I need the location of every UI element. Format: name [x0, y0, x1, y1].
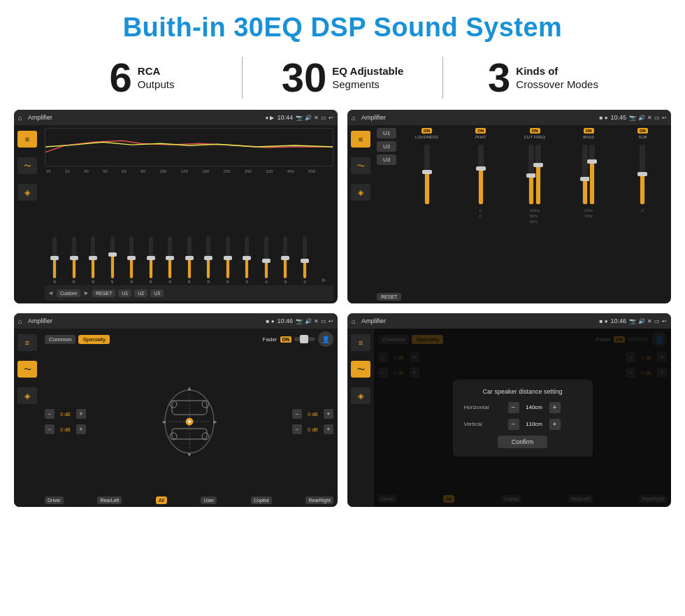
dist-time: 10:46	[610, 317, 626, 324]
eq-slider-3[interactable]: 0	[91, 236, 95, 284]
fader-rearleft-btn[interactable]: RearLeft	[97, 496, 122, 504]
fader-copilot-btn[interactable]: Copilot	[251, 496, 272, 504]
stat-crossover: 3 Kinds of Crossover Modes	[443, 57, 643, 98]
eq-slider-14[interactable]: -1	[303, 236, 307, 284]
fader-screen: ⌂ Amplifier ■ ● 10:46 📷 🔊 ✕ ▭ ↩ ≡ 〜 ◈ C	[14, 313, 338, 507]
modal-title: Car speaker distance setting	[464, 388, 582, 395]
eq-topbar: ⌂ Amplifier ● ▶ 10:44 📷 🔊 ✕ ▭ ↩	[14, 110, 338, 125]
dist-content: ≡ 〜 ◈ Common Specialty Fader ON 👤	[347, 329, 671, 507]
xo-time: 10:45	[610, 114, 626, 121]
xo-channel-sub: ON SUB G	[617, 128, 668, 289]
fader-right-vol1-minus[interactable]: −	[292, 409, 302, 419]
eq-slider-5[interactable]: 0	[129, 236, 134, 284]
dist-top-icons: 📷 🔊 ✕ ▭ ↩	[629, 318, 667, 324]
fader-tab-common[interactable]: Common	[45, 335, 75, 344]
fader-sidebar-eq-icon[interactable]: ≡	[17, 334, 37, 351]
modal-horizontal-minus[interactable]: −	[508, 402, 519, 413]
distance-modal: Car speaker distance setting Horizontal …	[453, 380, 593, 457]
modal-confirm-button[interactable]: Confirm	[498, 436, 548, 448]
eq-reset-btn[interactable]: RESET	[92, 289, 115, 297]
modal-vertical-minus[interactable]: −	[508, 419, 519, 430]
eq-u1-btn[interactable]: U1	[118, 289, 131, 297]
stat-eq-number: 30	[282, 57, 327, 98]
xo-u1-btn[interactable]: U1	[377, 128, 396, 138]
fader-right-vol1-val: 0 dB	[304, 412, 322, 417]
xo-topbar: ⌂ Amplifier ■ ● 10:45 📷 🔊 ✕ ▭ ↩	[347, 110, 671, 125]
eq-x-icon: ✕	[314, 115, 319, 121]
fader-title: Amplifier	[28, 317, 264, 324]
fader-left-controls: − 0 dB + − 0 dB +	[45, 409, 86, 434]
fader-driver-btn[interactable]: Driver	[45, 496, 64, 504]
fader-rearright-btn[interactable]: RearRight	[305, 496, 333, 504]
eq-slider-8[interactable]: 0	[187, 236, 192, 284]
eq-camera-icon: 📷	[296, 115, 303, 121]
fader-left-vol1-plus[interactable]: +	[76, 409, 86, 419]
dist-sidebar-wave-icon[interactable]: 〜	[351, 361, 370, 378]
eq-slider-2[interactable]: 0	[72, 236, 76, 284]
fader-person-icon: 👤	[318, 331, 333, 347]
fader-user-btn[interactable]: User	[201, 496, 217, 504]
xo-u3-btn[interactable]: U3	[377, 155, 396, 165]
eq-slider-9[interactable]: 0	[206, 236, 210, 284]
fader-main: Common Specialty Fader ON 👤	[41, 329, 338, 507]
dist-sidebar-spk-icon[interactable]: ◈	[351, 387, 370, 404]
eq-home-icon: ⌂	[18, 114, 22, 122]
xo-sidebar-eq-icon[interactable]: ≡	[351, 131, 370, 148]
fader-left-vol2-plus[interactable]: +	[76, 424, 86, 434]
car-svg: ▲ ▼ ◄ ►	[158, 383, 221, 460]
eq-expand-btn[interactable]: »	[322, 276, 326, 284]
xo-channels: ON LOUDNESS ~~	[401, 128, 668, 289]
eq-sidebar-spk-icon[interactable]: ◈	[17, 184, 37, 201]
fader-left-vol-2: − 0 dB +	[45, 424, 86, 434]
fader-left-vol1-minus[interactable]: −	[45, 409, 55, 419]
modal-horizontal-value: 140cm	[522, 404, 547, 410]
xo-channel-phat: ON PHAT GF	[455, 128, 506, 289]
modal-vertical-row: Vertical − 110cm +	[464, 419, 582, 430]
eq-slider-1[interactable]: 0	[52, 236, 57, 284]
eq-custom-btn[interactable]: Custom	[57, 289, 80, 297]
fader-body: − 0 dB + − 0 dB +	[45, 350, 333, 494]
eq-sidebar-eq-icon[interactable]: ≡	[17, 131, 37, 148]
eq-screen: ⌂ Amplifier ● ▶ 10:44 📷 🔊 ✕ ▭ ↩ ≡ 〜 ◈	[14, 110, 338, 303]
xo-sidebar-spk-icon[interactable]: ◈	[351, 184, 370, 201]
eq-prev-btn[interactable]: ◄	[48, 289, 54, 296]
modal-vertical-label: Vertical	[464, 421, 503, 427]
fader-right-vol2-minus[interactable]: −	[292, 424, 302, 434]
xo-home-icon: ⌂	[352, 114, 356, 122]
xo-sidebar-wave-icon[interactable]: 〜	[351, 157, 370, 174]
fader-tab-specialty[interactable]: Specialty	[78, 335, 109, 344]
fader-left-vol2-minus[interactable]: −	[45, 424, 55, 434]
xo-reset-btn[interactable]: RESET	[377, 293, 401, 301]
eq-slider-13[interactable]: 0	[283, 236, 287, 284]
eq-u2-btn[interactable]: U2	[134, 289, 147, 297]
fader-right-vol1-plus[interactable]: +	[324, 409, 333, 419]
eq-slider-6[interactable]: 0	[149, 236, 153, 284]
fader-right-vol2-plus[interactable]: +	[324, 424, 333, 434]
fader-sidebar-wave-icon[interactable]: 〜	[17, 361, 37, 378]
distance-screen: ⌂ Amplifier ■ ● 10:46 📷 🔊 ✕ ▭ ↩ ≡ 〜 ◈	[347, 313, 671, 507]
eq-slider-7[interactable]: 0	[168, 236, 172, 284]
eq-u3-btn[interactable]: U3	[150, 289, 164, 297]
fader-label: Fader	[263, 336, 277, 343]
eq-slider-4[interactable]: 5	[110, 236, 115, 284]
fader-sidebar-spk-icon[interactable]: ◈	[17, 387, 37, 404]
eq-slider-10[interactable]: 0	[226, 236, 230, 284]
xo-top-icons: 📷 🔊 ✕ ▭ ↩	[629, 115, 667, 121]
eq-slider-12[interactable]: -1	[264, 236, 268, 284]
dist-sidebar-eq-icon[interactable]: ≡	[351, 334, 370, 351]
fader-all-btn[interactable]: All	[156, 496, 167, 504]
xo-channel-cutfreq: ON CUT FREQ	[509, 128, 560, 289]
xo-u-buttons: U1 U2 U3	[377, 128, 396, 289]
fader-left-vol-1: − 0 dB +	[45, 409, 86, 419]
eq-slider-11[interactable]: 0	[245, 236, 249, 284]
xo-u2-btn[interactable]: U2	[377, 141, 396, 152]
svg-text:▼: ▼	[187, 452, 192, 458]
eq-top-icons: 📷 🔊 ✕ ▭ ↩	[296, 115, 333, 121]
modal-horizontal-plus[interactable]: +	[549, 402, 561, 413]
modal-vertical-plus[interactable]: +	[549, 419, 561, 430]
eq-back-icon: ↩	[329, 115, 333, 121]
eq-next-btn[interactable]: ►	[83, 289, 89, 296]
eq-time: 10:44	[277, 114, 293, 121]
eq-sidebar-wave-icon[interactable]: 〜	[17, 157, 37, 174]
fader-right-vol-2: − 0 dB +	[292, 424, 333, 434]
